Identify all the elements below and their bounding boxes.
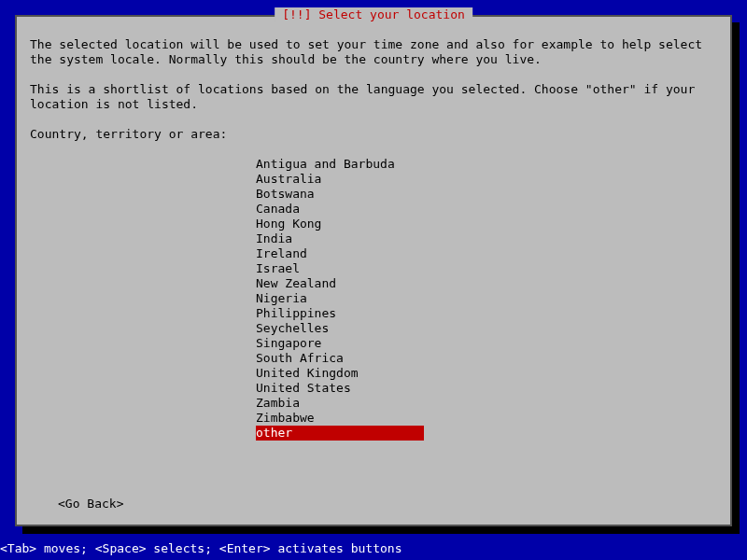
list-item[interactable]: Zambia — [256, 396, 717, 411]
list-item[interactable]: United Kingdom — [256, 366, 717, 381]
list-item[interactable]: Botswana — [256, 187, 717, 202]
list-item[interactable]: Antigua and Barbuda — [256, 157, 717, 172]
list-item[interactable]: Nigeria — [256, 291, 717, 306]
list-item[interactable]: Israel — [256, 261, 717, 276]
description-text-2: This is a shortlist of locations based o… — [30, 82, 717, 112]
go-back-button[interactable]: Go Back — [58, 497, 123, 511]
description-text-1: The selected location will be used to se… — [30, 37, 717, 67]
dialog-content: The selected location will be used to se… — [17, 17, 730, 454]
list-item[interactable]: Hong Kong — [256, 217, 717, 231]
list-item[interactable]: South Africa — [256, 351, 717, 366]
dialog-title: [!!] Select your location — [275, 7, 472, 22]
list-item[interactable]: Philippines — [256, 306, 717, 321]
list-item[interactable]: Seychelles — [256, 321, 717, 336]
list-item[interactable]: Australia — [256, 172, 717, 187]
list-item[interactable]: Canada — [256, 202, 717, 217]
list-item-selected[interactable]: other — [256, 426, 424, 441]
list-item[interactable]: New Zealand — [256, 276, 717, 291]
footer-help-text: <Tab> moves; <Space> selects; <Enter> ac… — [0, 541, 402, 556]
list-item[interactable]: Zimbabwe — [256, 411, 717, 426]
list-item[interactable]: Ireland — [256, 246, 717, 261]
list-item[interactable]: Singapore — [256, 336, 717, 351]
location-list: Antigua and Barbuda Australia Botswana C… — [256, 157, 717, 441]
list-item[interactable]: India — [256, 231, 717, 246]
list-item[interactable]: United States — [256, 381, 717, 396]
location-dialog: [!!] Select your location The selected l… — [15, 15, 732, 526]
prompt-label: Country, territory or area: — [30, 127, 717, 142]
